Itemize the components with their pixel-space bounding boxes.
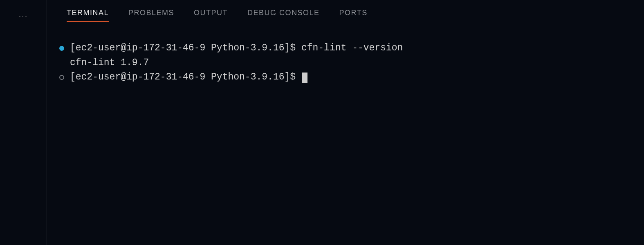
sidebar-top: ··· (0, 0, 47, 53)
terminal-output[interactable]: [ec2-user@ip-172-31-46-9 Python-3.9.16]$… (47, 23, 644, 245)
tab-debug-console[interactable]: DEBUG CONSOLE (247, 9, 320, 22)
panel-sidebar: ··· (0, 0, 47, 245)
terminal-line: [ec2-user@ip-172-31-46-9 Python-3.9.16]$… (59, 41, 632, 56)
tab-terminal[interactable]: TERMINAL (67, 9, 109, 22)
command-marker-icon (59, 75, 64, 80)
terminal-output-line: cfn-lint 1.9.7 (59, 56, 632, 70)
terminal-command: cfn-lint --version (301, 41, 403, 56)
panel-tab-bar: TERMINAL PROBLEMS OUTPUT DEBUG CONSOLE P… (47, 0, 644, 23)
panel-main: TERMINAL PROBLEMS OUTPUT DEBUG CONSOLE P… (47, 0, 644, 245)
terminal-prompt: [ec2-user@ip-172-31-46-9 Python-3.9.16]$ (70, 41, 301, 56)
terminal-cursor (302, 73, 307, 83)
command-marker-icon (59, 46, 64, 51)
more-actions-icon[interactable]: ··· (19, 11, 28, 21)
tab-problems[interactable]: PROBLEMS (128, 9, 174, 22)
terminal-line: [ec2-user@ip-172-31-46-9 Python-3.9.16]$ (59, 70, 632, 85)
tab-output[interactable]: OUTPUT (194, 9, 228, 22)
terminal-prompt: [ec2-user@ip-172-31-46-9 Python-3.9.16]$ (70, 70, 301, 85)
tab-ports[interactable]: PORTS (339, 9, 368, 22)
